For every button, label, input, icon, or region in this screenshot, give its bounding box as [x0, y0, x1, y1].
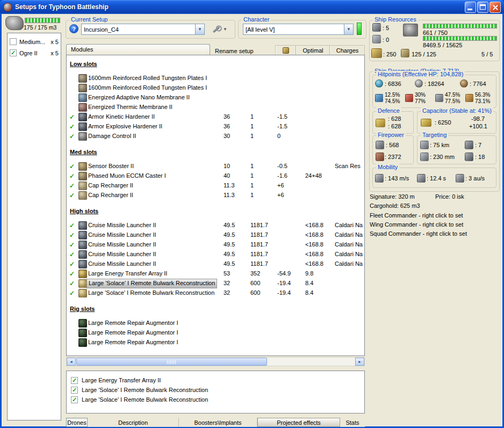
- module-row[interactable]: ✓ Armor Kinetic Hardener II 36 1 -1.5: [67, 112, 364, 122]
- module-pg-value: 1181.7: [250, 260, 268, 267]
- module-row[interactable]: ✓ Damage Control II 30 1 0: [67, 132, 364, 141]
- module-row[interactable]: ✓ Sensor Booster II 10 1 -0.5 Scan Res: [67, 162, 364, 171]
- module-icon: [78, 93, 87, 102]
- projected-effect-checkbox[interactable]: ✓: [71, 377, 78, 384]
- module-row[interactable]: ✓ Cruise Missile Launcher II 49.5 1181.7…: [67, 230, 364, 240]
- drone-checkbox[interactable]: [10, 38, 17, 45]
- module-row[interactable]: ✓ Cruise Missile Launcher II 49.5 1181.7…: [67, 250, 364, 259]
- section-title: Med slots: [67, 141, 364, 162]
- projected-effects-list[interactable]: ✓ Large Energy Transfer Array II ✓ Large…: [66, 371, 365, 414]
- tab-boosters-implants[interactable]: Boosters\Implants: [179, 418, 257, 427]
- check-mark-icon: ✓: [72, 378, 77, 383]
- module-active-check-icon: ✓: [69, 289, 77, 297]
- ammo-icon: [283, 47, 289, 54]
- maximize-button[interactable]: [477, 2, 488, 13]
- resist-pair: 56.3% 73.1%: [465, 92, 495, 105]
- module-cap-value: -1.5: [277, 113, 287, 120]
- horizontal-scrollbar[interactable]: ◄ ►: [66, 357, 365, 366]
- module-name: Energized Thermic Membrane II: [87, 103, 174, 112]
- module-name: Cap Recharger II: [87, 181, 135, 191]
- module-row[interactable]: Large Remote Repair Augmentor I: [67, 328, 364, 338]
- scroll-left-arrow-icon[interactable]: ◄: [67, 358, 76, 366]
- bottom-tab-bar: Drones Description Boosters\Implants Pro…: [66, 418, 365, 427]
- tab-stats[interactable]: Stats: [340, 418, 365, 427]
- mobility-label: Mobility: [376, 164, 399, 170]
- drone-list[interactable]: Medium... x 5 ✓ Ogre II x 5: [7, 33, 61, 420]
- character-select[interactable]: [All level V] ▼: [243, 24, 354, 35]
- squad-commander-note[interactable]: Squad Commander - right click to set: [370, 230, 467, 237]
- drone-bay-icon: [5, 16, 24, 30]
- module-row[interactable]: ✓ Cap Recharger II 11.3 1 +6: [67, 191, 364, 200]
- projected-effect-name: Large Energy Transfer Array II: [82, 377, 161, 383]
- scroll-right-arrow-icon[interactable]: ►: [355, 358, 364, 366]
- modules-list[interactable]: Low slots 1600mm Reinforced Rolled Tungs…: [66, 55, 365, 356]
- drone-list-item[interactable]: ✓ Ogre II x 5: [10, 47, 60, 59]
- capacitor-group: Capacitor (Stable at: 41%) : 6250 -98.7 …: [417, 111, 496, 134]
- drone-checkbox[interactable]: ✓: [10, 49, 17, 56]
- wing-commander-note[interactable]: Wing Commander - right click to set: [370, 221, 463, 228]
- minimize-button[interactable]: [465, 2, 476, 13]
- module-row[interactable]: 1600mm Reinforced Rolled Tungsten Plates…: [67, 83, 364, 93]
- module-active-check-icon: ✓: [69, 172, 77, 180]
- scrollbar-thumb[interactable]: [76, 358, 267, 366]
- tab-drones[interactable]: Drones: [66, 418, 88, 427]
- module-icon: [78, 270, 87, 278]
- module-row[interactable]: ✓ Cap Recharger II 11.3 1 +6: [67, 181, 364, 191]
- module-name: Cruise Missile Launcher II: [87, 230, 158, 240]
- help-icon[interactable]: ?: [69, 24, 78, 33]
- title-bar[interactable]: Setups for Typhoon Battleship: [0, 0, 504, 14]
- scrollbar-track[interactable]: [76, 358, 355, 366]
- module-row[interactable]: 1600mm Reinforced Rolled Tungsten Plates…: [67, 74, 364, 83]
- optimal-column-header[interactable]: Optimal: [296, 46, 330, 55]
- volley-value: : 568: [386, 142, 399, 148]
- chevron-down-icon[interactable]: ▼: [195, 24, 204, 34]
- module-row[interactable]: Large Remote Repair Augmentor I: [67, 338, 364, 347]
- tab-description[interactable]: Description: [88, 418, 179, 427]
- drone-list-item[interactable]: Medium... x 5: [10, 36, 60, 47]
- module-row[interactable]: Large Remote Repair Augmentor I: [67, 318, 364, 328]
- module-cpu-value: 49.5: [224, 241, 235, 248]
- rename-setup-item[interactable]: Rename setup: [215, 48, 254, 54]
- module-active-check-icon: ✓: [69, 163, 77, 170]
- section-title: Rig slots: [67, 298, 364, 318]
- projected-effect-row[interactable]: ✓ Large 'Solace' I Remote Bulwark Recons…: [71, 385, 364, 395]
- modules-column-headers: Optimal Charges: [275, 45, 365, 55]
- mobility-group: Mobility : 143 m/s : 12.4 s : 3 au/s: [372, 168, 496, 188]
- module-row[interactable]: ✓ Large 'Solace' I Remote Bulwark Recons…: [67, 288, 364, 298]
- projected-effect-checkbox[interactable]: ✓: [71, 387, 78, 394]
- resist-icon: [375, 94, 383, 102]
- module-charge-value: Scan Res: [335, 163, 365, 169]
- projected-effect-row[interactable]: ✓ Large 'Solace' I Remote Bulwark Recons…: [71, 395, 364, 404]
- fleet-commander-note[interactable]: Fleet Commander - right click to set: [370, 212, 463, 219]
- module-cpu-value: 10: [224, 163, 230, 169]
- chevron-down-icon[interactable]: ▼: [344, 24, 353, 34]
- tab-projected-effects[interactable]: Projected effects: [257, 418, 340, 427]
- drone-quantity: x 5: [51, 39, 59, 45]
- module-name: Energized Adaptive Nano Membrane II: [87, 93, 191, 103]
- charges-column-header[interactable]: Charges: [330, 46, 364, 55]
- projected-effect-checkbox[interactable]: ✓: [71, 396, 78, 403]
- module-row[interactable]: ✓ Cruise Missile Launcher II 49.5 1181.7…: [67, 240, 364, 250]
- tab-modules[interactable]: Modules: [66, 44, 210, 55]
- module-row[interactable]: ✓ Large 'Solace' I Remote Bulwark Recons…: [67, 279, 364, 288]
- module-pg-value: 1181.7: [250, 241, 268, 248]
- module-pg-value: 600: [250, 289, 260, 296]
- module-icon: [78, 132, 87, 141]
- module-name: Cruise Missile Launcher II: [87, 221, 158, 230]
- setup-tools-dropdown[interactable]: ▼: [212, 24, 234, 35]
- module-row[interactable]: Energized Thermic Membrane II: [67, 103, 364, 112]
- setup-select[interactable]: Incursion_C4 ▼: [81, 24, 205, 35]
- minimize-icon: [467, 9, 472, 10]
- module-row[interactable]: ✓ Cruise Missile Launcher II 49.5 1181.7…: [67, 259, 364, 269]
- module-row[interactable]: ✓ Armor Explosive Hardener II 36 1 -1.5: [67, 122, 364, 132]
- module-row[interactable]: ✓ Large Energy Transfer Array II 53 352 …: [67, 269, 364, 279]
- close-button[interactable]: [489, 2, 501, 13]
- module-row[interactable]: ✓ Cruise Missile Launcher II 49.5 1181.7…: [67, 221, 364, 230]
- module-pg-value: 1: [250, 113, 254, 120]
- module-row[interactable]: Energized Adaptive Nano Membrane II: [67, 93, 364, 103]
- charges-header-cell[interactable]: [276, 46, 296, 55]
- projected-effect-row[interactable]: ✓ Large Energy Transfer Array II: [71, 375, 364, 385]
- module-cap-value: +6: [277, 192, 284, 198]
- dps-icon: [376, 153, 384, 161]
- module-row[interactable]: ✓ Phased Muon ECCM Caster I 40 1 -1.6 24…: [67, 171, 364, 181]
